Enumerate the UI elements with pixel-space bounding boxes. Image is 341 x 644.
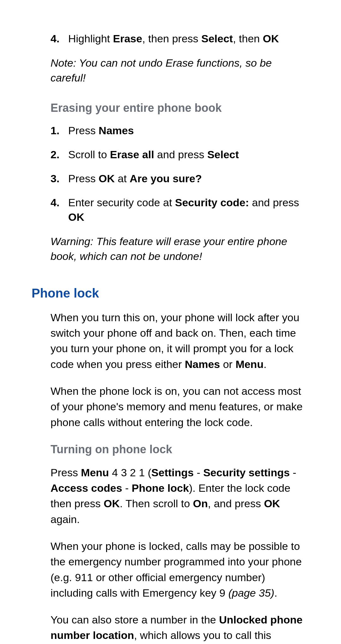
bold-word: Menu <box>236 358 264 370</box>
bold-word: OK <box>99 172 115 184</box>
list-number: 1. <box>51 123 68 138</box>
text: or <box>220 358 236 370</box>
bold-word: Security settings <box>203 466 290 478</box>
paragraph: When you turn this on, your phone will l… <box>51 310 309 372</box>
text: . <box>274 587 277 599</box>
bold-word: Phone lock <box>132 482 189 494</box>
text: , then <box>233 33 263 45</box>
erase-section: Erasing your entire phone book 1. Press … <box>51 101 309 264</box>
text: and press <box>154 148 207 160</box>
bold-word: Names <box>185 358 220 370</box>
text: Press <box>51 466 81 478</box>
list-text: Press Names <box>68 123 309 138</box>
subheading: Turning on phone lock <box>51 443 309 456</box>
list-item: 1. Press Names <box>51 123 309 138</box>
list-item: 3. Press OK at Are you sure? <box>51 172 309 186</box>
list-number: 4. <box>51 196 68 225</box>
bold-word: Are you sure? <box>130 172 202 184</box>
list-text: Enter security code at Security code: an… <box>68 196 309 225</box>
list-text: Press OK at Are you sure? <box>68 172 309 186</box>
manual-page: 4. Highlight Erase, then press Select, t… <box>0 0 341 644</box>
page-reference: (page 35) <box>228 587 274 599</box>
text: 4 3 2 1 ( <box>109 466 151 478</box>
paragraph: When your phone is locked, calls may be … <box>51 539 309 601</box>
bold-word: OK <box>104 497 120 509</box>
bold-word: Names <box>99 124 134 136</box>
bold-word: OK <box>68 211 84 223</box>
text: Press <box>68 124 99 136</box>
paragraph: You can also store a number in the Unloc… <box>51 612 309 644</box>
step-4-block: 4. Highlight Erase, then press Select, t… <box>51 32 309 86</box>
bold-word: Access codes <box>51 482 122 494</box>
section-heading-phone-lock: Phone lock <box>32 286 309 300</box>
text: , and press <box>208 497 264 509</box>
bold-word: Menu <box>81 466 109 478</box>
bold-word: On <box>193 497 208 509</box>
list-text: Highlight Erase, then press Select, then… <box>68 32 309 46</box>
text: , then press <box>142 33 201 45</box>
bold-word: Select <box>201 33 233 45</box>
list-text: Scroll to Erase all and press Select <box>68 147 309 162</box>
text: and press <box>249 196 299 208</box>
text: at <box>115 172 129 184</box>
list-number: 3. <box>51 172 68 186</box>
bold-word: Select <box>207 148 239 160</box>
text: You can also store a number in the <box>51 614 219 626</box>
paragraph: Press Menu 4 3 2 1 (Settings - Security … <box>51 465 309 527</box>
list-item: 4. Enter security code at Security code:… <box>51 196 309 225</box>
bold-word: OK <box>263 33 279 45</box>
warning-text: Warning: This feature will erase your en… <box>51 234 309 264</box>
text: Enter security code at <box>68 196 175 208</box>
text: Highlight <box>68 33 113 45</box>
text: again. <box>51 513 80 525</box>
text: . Then scroll to <box>120 497 193 509</box>
text: - <box>122 482 132 494</box>
list-item: 2. Scroll to Erase all and press Select <box>51 147 309 162</box>
text: . <box>264 358 266 370</box>
text: - <box>194 466 203 478</box>
paragraph: When the phone lock is on, you can not a… <box>51 383 309 430</box>
bold-word: Settings <box>151 466 194 478</box>
list-item: 4. Highlight Erase, then press Select, t… <box>51 32 309 46</box>
list-number: 2. <box>51 147 68 162</box>
text: Press <box>68 172 99 184</box>
bold-word: OK <box>264 497 280 509</box>
note-text: Note: You can not undo Erase functions, … <box>51 56 309 86</box>
list-number: 4. <box>51 32 68 46</box>
text: Scroll to <box>68 148 110 160</box>
bold-word: Erase all <box>110 148 154 160</box>
bold-word: Erase <box>113 33 142 45</box>
subheading: Erasing your entire phone book <box>51 101 309 115</box>
phone-lock-body: When you turn this on, your phone will l… <box>51 310 309 430</box>
turn-on-section: Turning on phone lock Press Menu 4 3 2 1… <box>51 443 309 644</box>
bold-word: Security code: <box>175 196 249 208</box>
text: - <box>290 466 296 478</box>
